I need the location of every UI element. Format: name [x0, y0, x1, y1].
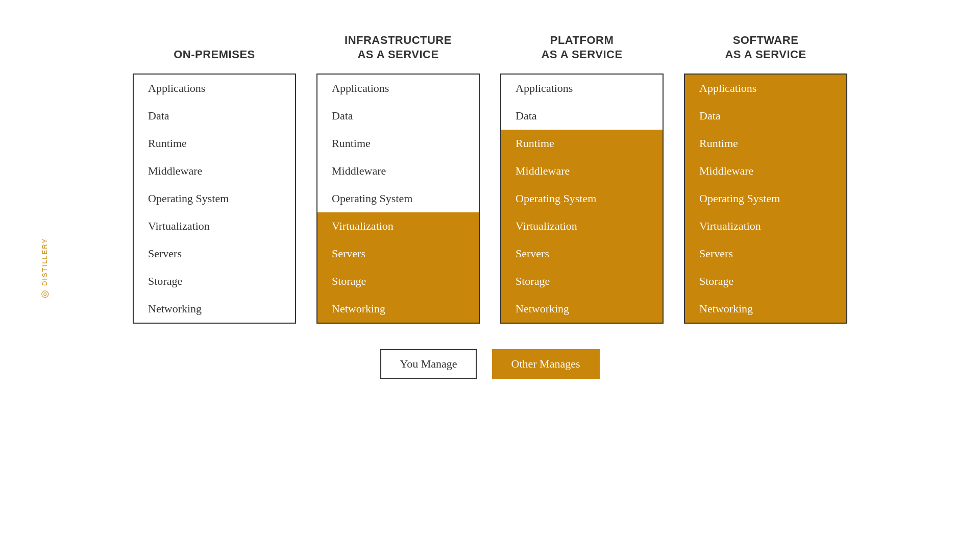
column-box-iaas: ApplicationsDataRuntimeMiddlewareOperati… [316, 74, 480, 324]
row-item-paas-3: Middleware [501, 157, 663, 185]
row-item-saas-6: Servers [685, 240, 846, 267]
row-item-saas-5: Virtualization [685, 212, 846, 240]
row-item-on-premises-4: Operating System [134, 185, 295, 212]
legend-other-manages: Other Manages [492, 349, 600, 379]
row-item-on-premises-3: Middleware [134, 157, 295, 185]
column-box-on-premises: ApplicationsDataRuntimeMiddlewareOperati… [133, 74, 296, 324]
row-item-paas-8: Networking [501, 295, 663, 323]
legend-you-manage-box: You Manage [380, 349, 476, 379]
row-item-iaas-2: Runtime [317, 130, 479, 157]
row-item-on-premises-7: Storage [134, 267, 295, 295]
row-item-paas-0: Applications [501, 75, 663, 102]
row-item-saas-1: Data [685, 102, 846, 130]
row-item-iaas-5: Virtualization [317, 212, 479, 240]
row-item-iaas-8: Networking [317, 295, 479, 323]
row-item-paas-4: Operating System [501, 185, 663, 212]
column-header-saas: SOFTWAREAS A SERVICE [725, 20, 806, 61]
row-item-iaas-1: Data [317, 102, 479, 130]
row-item-on-premises-2: Runtime [134, 130, 295, 157]
column-on-premises: ON-PREMISESApplicationsDataRuntimeMiddle… [122, 20, 306, 324]
column-saas: SOFTWAREAS A SERVICEApplicationsDataRunt… [674, 20, 857, 324]
row-item-saas-3: Middleware [685, 157, 846, 185]
column-box-paas: ApplicationsDataRuntimeMiddlewareOperati… [500, 74, 664, 324]
row-item-iaas-3: Middleware [317, 157, 479, 185]
column-header-paas: PLATFORMAS A SERVICE [541, 20, 622, 61]
row-item-on-premises-8: Networking [134, 295, 295, 323]
sidebar-brand: ◎ DISTILLERY [39, 238, 50, 298]
row-item-iaas-4: Operating System [317, 185, 479, 212]
row-item-iaas-6: Servers [317, 240, 479, 267]
row-item-saas-7: Storage [685, 267, 846, 295]
row-item-on-premises-0: Applications [134, 75, 295, 102]
row-item-paas-1: Data [501, 102, 663, 130]
legend-other-manages-box: Other Manages [492, 349, 600, 379]
row-item-iaas-0: Applications [317, 75, 479, 102]
row-item-saas-0: Applications [685, 75, 846, 102]
row-item-saas-4: Operating System [685, 185, 846, 212]
brand-label: DISTILLERY [41, 238, 48, 286]
row-item-paas-6: Servers [501, 240, 663, 267]
column-header-iaas: INFRASTRUCTUREAS A SERVICE [345, 20, 452, 61]
row-item-on-premises-1: Data [134, 102, 295, 130]
columns-wrapper: ON-PREMISESApplicationsDataRuntimeMiddle… [122, 20, 857, 324]
row-item-paas-7: Storage [501, 267, 663, 295]
row-item-saas-8: Networking [685, 295, 846, 323]
brand-icon: ◎ [39, 289, 50, 298]
legend-wrapper: You Manage Other Manages [380, 349, 599, 379]
row-item-on-premises-6: Servers [134, 240, 295, 267]
legend-you-manage: You Manage [380, 349, 476, 379]
row-item-on-premises-5: Virtualization [134, 212, 295, 240]
row-item-paas-2: Runtime [501, 130, 663, 157]
column-iaas: INFRASTRUCTUREAS A SERVICEApplicationsDa… [306, 20, 490, 324]
column-box-saas: ApplicationsDataRuntimeMiddlewareOperati… [684, 74, 847, 324]
row-item-saas-2: Runtime [685, 130, 846, 157]
column-header-on-premises: ON-PREMISES [174, 20, 255, 61]
page-wrapper: ◎ DISTILLERY ON-PREMISESApplicationsData… [0, 0, 980, 536]
main-content: ON-PREMISESApplicationsDataRuntimeMiddle… [0, 0, 980, 379]
row-item-paas-5: Virtualization [501, 212, 663, 240]
column-paas: PLATFORMAS A SERVICEApplicationsDataRunt… [490, 20, 674, 324]
row-item-iaas-7: Storage [317, 267, 479, 295]
